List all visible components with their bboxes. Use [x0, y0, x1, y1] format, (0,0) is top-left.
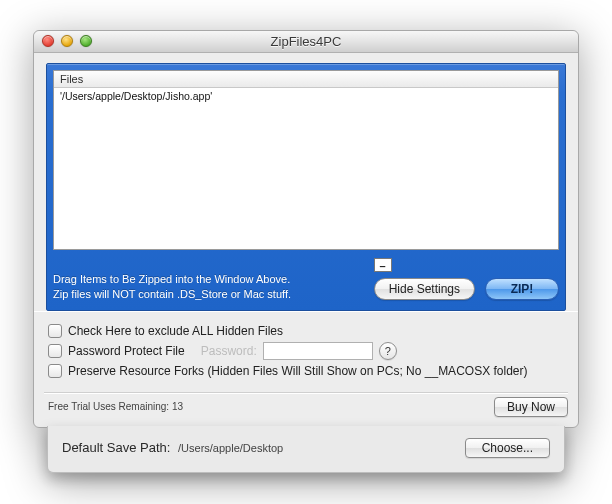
exclude-hidden-label: Check Here to exclude ALL Hidden Files [68, 324, 283, 338]
instructions-text: Drag Items to Be Zipped into the Window … [53, 272, 303, 302]
password-field-label: Password: [201, 344, 257, 358]
trial-row: Free Trial Uses Remaining: 13 Buy Now [34, 393, 578, 427]
minimize-icon[interactable] [61, 35, 73, 47]
exclude-hidden-checkbox[interactable] [48, 324, 62, 338]
save-path-panel: Default Save Path: /Users/apple/Desktop … [47, 426, 565, 473]
trial-label: Free Trial Uses Remaining: [48, 401, 169, 412]
save-path-value: /Users/apple/Desktop [178, 442, 283, 454]
exclude-hidden-row: Check Here to exclude ALL Hidden Files [48, 324, 564, 338]
window-title: ZipFiles4PC [34, 34, 578, 49]
titlebar: ZipFiles4PC [34, 31, 578, 53]
zip-button[interactable]: ZIP! [485, 278, 559, 300]
close-icon[interactable] [42, 35, 54, 47]
resource-forks-label: Preserve Resource Forks (Hidden Files Wi… [68, 364, 527, 378]
zoom-icon[interactable] [80, 35, 92, 47]
trial-status: Free Trial Uses Remaining: 13 [48, 401, 183, 412]
resource-forks-row: Preserve Resource Forks (Hidden Files Wi… [48, 364, 564, 378]
files-column-header[interactable]: Files [54, 71, 558, 88]
help-icon[interactable]: ? [379, 342, 397, 360]
password-protect-label: Password Protect File [68, 344, 185, 358]
choose-path-button[interactable]: Choose... [465, 438, 550, 458]
hide-settings-button[interactable]: Hide Settings [374, 278, 475, 300]
traffic-lights [34, 35, 92, 47]
drop-panel: Files '/Users/apple/Desktop/Jisho.app' D… [46, 63, 566, 311]
settings-panel: Check Here to exclude ALL Hidden Files P… [34, 311, 578, 388]
trial-count: 13 [172, 401, 183, 412]
collapse-button[interactable]: – [374, 258, 392, 272]
save-path-line: Default Save Path: /Users/apple/Desktop [62, 440, 283, 455]
resource-forks-checkbox[interactable] [48, 364, 62, 378]
password-row: Password Protect File Password: ? [48, 342, 564, 360]
files-row[interactable]: '/Users/apple/Desktop/Jisho.app' [54, 88, 558, 104]
password-input[interactable] [263, 342, 373, 360]
app-window: ZipFiles4PC Files '/Users/apple/Desktop/… [33, 30, 579, 428]
files-list[interactable]: Files '/Users/apple/Desktop/Jisho.app' [53, 70, 559, 250]
save-path-label: Default Save Path: [62, 440, 170, 455]
content-container: Files '/Users/apple/Desktop/Jisho.app' D… [34, 53, 578, 311]
password-checkbox[interactable] [48, 344, 62, 358]
buy-now-button[interactable]: Buy Now [494, 397, 568, 417]
